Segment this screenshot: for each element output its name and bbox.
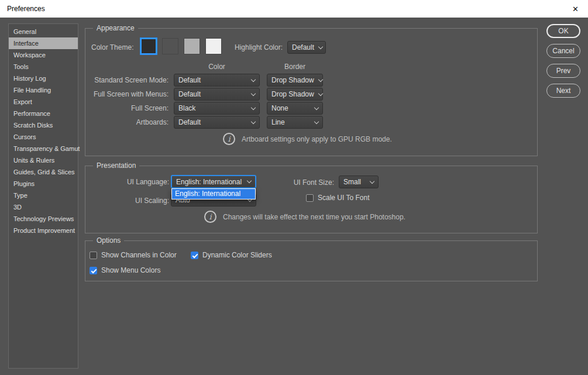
- sidebar-item-3d[interactable]: 3D: [9, 201, 78, 213]
- standard-screen-mode-label: Standard Screen Mode:: [85, 74, 169, 87]
- highlight-color-label: Highlight Color:: [235, 43, 283, 51]
- sidebar-item-file-handling[interactable]: File Handling: [9, 84, 78, 96]
- ui-language-dropdown[interactable]: English: International: [171, 175, 256, 188]
- dropdown-value: Line: [271, 118, 285, 126]
- sidebar: General Interface Workspace Tools Histor…: [8, 23, 78, 369]
- border-column-header: Border: [267, 63, 323, 71]
- standard-screen-mode-border-dropdown[interactable]: Drop Shadow: [267, 74, 323, 87]
- sidebar-item-performance[interactable]: Performance: [9, 108, 78, 119]
- prev-button[interactable]: Prev: [546, 64, 580, 78]
- chevron-down-icon: [247, 178, 252, 183]
- artboard-info: i Artboard settings only apply to GPU RG…: [223, 133, 392, 145]
- action-buttons: OK Cancel Prev Next: [546, 24, 580, 104]
- full-screen-with-menus-color-dropdown[interactable]: Default: [174, 88, 260, 101]
- info-glyph: i: [209, 212, 211, 221]
- show-menu-colors-checkbox[interactable]: [90, 267, 97, 274]
- info-glyph: i: [228, 135, 230, 143]
- sidebar-item-technology-previews[interactable]: Technology Previews: [9, 213, 78, 225]
- chevron-down-icon: [314, 119, 319, 123]
- dropdown-value: None: [271, 104, 288, 112]
- dropdown-value: Default: [292, 43, 314, 51]
- appearance-section: Appearance Color Theme: Highlight Color:…: [85, 28, 538, 156]
- dynamic-color-sliders-label: Dynamic Color Sliders: [202, 251, 272, 259]
- show-channels-in-color-row: Show Channels in Color: [90, 250, 177, 260]
- sidebar-item-scratch-disks[interactable]: Scratch Disks: [9, 119, 78, 131]
- dropdown-value: Default: [178, 76, 201, 84]
- show-menu-colors-label: Show Menu Colors: [101, 266, 160, 274]
- full-screen-border-dropdown[interactable]: None: [267, 102, 323, 115]
- standard-screen-mode-color-dropdown[interactable]: Default: [174, 74, 260, 87]
- sidebar-item-general[interactable]: General: [9, 26, 78, 37]
- cancel-button[interactable]: Cancel: [546, 44, 580, 58]
- artboards-border-dropdown[interactable]: Line: [267, 116, 323, 129]
- chevron-down-icon: [314, 105, 319, 109]
- dynamic-color-sliders-checkbox[interactable]: [191, 252, 198, 259]
- dynamic-color-sliders-row: Dynamic Color Sliders: [191, 250, 272, 260]
- sidebar-item-transparency-gamut[interactable]: Transparency & Gamut: [9, 143, 78, 154]
- chevron-down-icon: [318, 77, 322, 81]
- chevron-down-icon: [251, 105, 256, 109]
- color-theme-swatch-lightest[interactable]: [205, 38, 222, 54]
- full-screen-row: Full Screen: Black None: [85, 102, 537, 115]
- highlight-color-dropdown[interactable]: Default: [287, 41, 326, 54]
- restart-info-text: Changes will take effect the next time y…: [223, 213, 405, 221]
- window-title: Preferences: [7, 5, 45, 13]
- sidebar-item-export[interactable]: Export: [9, 96, 78, 108]
- chevron-down-icon: [318, 44, 323, 49]
- sidebar-item-plugins[interactable]: Plugins: [9, 178, 78, 190]
- ui-language-dropdown-list: English: International: [171, 188, 256, 199]
- sidebar-item-cursors[interactable]: Cursors: [9, 131, 78, 143]
- full-screen-label: Full Screen:: [85, 102, 169, 115]
- sidebar-item-type[interactable]: Type: [9, 190, 78, 201]
- full-screen-with-menus-row: Full Screen with Menus: Default Drop Sha…: [85, 88, 537, 101]
- ui-language-option[interactable]: English: International: [172, 189, 255, 199]
- ui-font-size-dropdown[interactable]: Small: [339, 176, 379, 188]
- chevron-down-icon: [370, 178, 374, 183]
- color-column-header: Color: [174, 63, 260, 71]
- color-theme-swatch-dark[interactable]: [162, 38, 178, 54]
- chevron-down-icon: [251, 77, 256, 81]
- close-icon[interactable]: ✕: [570, 4, 581, 15]
- color-theme-swatches: [140, 38, 222, 54]
- color-theme-swatch-light[interactable]: [184, 38, 200, 54]
- sidebar-item-workspace[interactable]: Workspace: [9, 49, 78, 61]
- ui-font-size-label: UI Font Size:: [251, 178, 334, 187]
- dropdown-value: Default: [178, 90, 201, 98]
- presentation-section: Presentation UI Language: English: Inter…: [85, 166, 538, 233]
- scale-ui-to-font-checkbox[interactable]: [306, 194, 314, 202]
- full-screen-color-dropdown[interactable]: Black: [174, 102, 260, 115]
- artboards-label: Artboards:: [85, 116, 169, 129]
- info-icon: i: [223, 133, 235, 145]
- sidebar-item-product-improvement[interactable]: Product Improvement: [9, 225, 78, 236]
- show-channels-in-color-checkbox[interactable]: [90, 252, 97, 259]
- artboard-info-text: Artboard settings only apply to GPU RGB …: [242, 135, 392, 143]
- ok-button[interactable]: OK: [546, 24, 580, 38]
- titlebar: Preferences ✕: [0, 0, 588, 18]
- color-theme-label: Color Theme:: [91, 43, 133, 51]
- full-screen-with-menus-label: Full Screen with Menus:: [85, 88, 169, 101]
- chevron-down-icon: [251, 91, 256, 95]
- artboards-row: Artboards: Default Line: [85, 116, 537, 129]
- artboards-color-dropdown[interactable]: Default: [174, 116, 260, 129]
- dropdown-value: Black: [178, 104, 195, 112]
- dropdown-value: English: International: [176, 178, 242, 186]
- sidebar-item-guides-grid-slices[interactable]: Guides, Grid & Slices: [9, 166, 78, 178]
- options-section: Options Show Channels in Color Dynamic C…: [85, 240, 538, 281]
- show-channels-in-color-label: Show Channels in Color: [101, 251, 177, 259]
- next-button[interactable]: Next: [546, 84, 580, 98]
- ui-scaling-label: UI Scaling:: [85, 197, 169, 205]
- chevron-down-icon: [318, 91, 322, 95]
- scale-ui-to-font-label: Scale UI To Font: [318, 194, 370, 202]
- dropdown-value: Default: [178, 118, 201, 126]
- sidebar-item-tools[interactable]: Tools: [9, 61, 78, 73]
- full-screen-with-menus-border-dropdown[interactable]: Drop Shadow: [267, 88, 323, 101]
- options-section-title: Options: [93, 236, 124, 245]
- sidebar-item-units-rulers[interactable]: Units & Rulers: [9, 154, 78, 166]
- ui-language-label: UI Language:: [85, 178, 169, 186]
- restart-info: i Changes will take effect the next time…: [204, 211, 405, 223]
- color-theme-swatch-darkest[interactable]: [140, 38, 157, 54]
- sidebar-item-history-log[interactable]: History Log: [9, 73, 78, 84]
- dropdown-value: Drop Shadow: [271, 76, 314, 84]
- info-icon: i: [204, 211, 216, 223]
- sidebar-item-interface[interactable]: Interface: [9, 37, 78, 49]
